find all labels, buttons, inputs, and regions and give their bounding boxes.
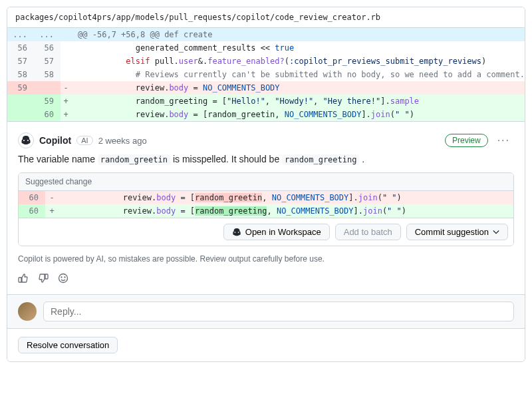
diff-line: 5757 elsif pull.user&.feature_enabled?(:… [7,55,525,68]
comment-menu-icon[interactable]: ··· [493,134,514,146]
suggestion-header: Suggested change [19,173,513,191]
line-number-new[interactable]: 57 [34,55,61,68]
suggestion-line: 60+ review.body = [random_greeting, NO_C… [19,204,513,218]
suggestion-line: 60- review.body = [random_greetin, NO_CO… [19,191,513,204]
thumbs-down-icon[interactable] [38,273,49,284]
ai-badge: AI [76,136,92,145]
line-number-new[interactable]: 56 [34,41,61,55]
reaction-bar [18,273,514,284]
diff-line: 5656 generated_comment_results << true [7,41,525,55]
resolve-zone: Resolve conversation [7,328,525,361]
misspelled-code: random_greetin [98,154,170,165]
commit-suggestion-button[interactable]: Commit suggestion [406,224,508,240]
comment-header: Copilot AI 2 weeks ago Preview ··· [18,132,514,148]
svg-point-0 [59,274,68,283]
suggestion-line-number: 60 [19,204,45,218]
corrected-code: random_greeting [282,154,359,165]
suggestion-line-number: 60 [19,191,45,204]
suggestion-box: Suggested change 60- review.body = [rand… [18,172,514,246]
diff-line: 5858 # Reviews currently can't be submit… [7,68,525,81]
code-content: # Reviews currently can't be submitted w… [71,68,525,81]
comment-author[interactable]: Copilot [39,135,71,146]
code-content: generated_comment_results << true [71,41,525,55]
suggestion-code: review.body = [random_greeting, NO_COMME… [59,204,513,218]
code-content: review.body = [random_greetin, NO_COMMEN… [71,108,525,121]
suggestion-actions: Open in Workspace Add to batch Commit su… [19,218,513,246]
code-content: elsif pull.user&.feature_enabled?(:copil… [71,55,525,68]
hunk-ln-new: ... [34,28,61,41]
review-thread: packages/copilot4prs/app/models/pull_req… [7,7,525,362]
diff-line: 60+ review.body = [random_greetin, NO_CO… [7,108,525,121]
line-number-old[interactable]: 56 [7,41,34,55]
thumbs-up-icon[interactable] [18,273,29,284]
code-content: random_greeting = ["Hello!", "Howdy!", "… [71,95,525,108]
svg-point-1 [61,277,62,278]
ai-disclaimer: Copilot is powered by AI, so mistakes ar… [18,254,514,264]
code-content: review.body = NO_COMMENTS_BODY [71,81,525,95]
line-number-new[interactable]: 58 [34,68,61,81]
copilot-avatar-icon [18,132,34,148]
suggestion-code: review.body = [random_greetin, NO_COMMEN… [59,191,513,204]
suggestion-diff: 60- review.body = [random_greetin, NO_CO… [19,191,513,218]
svg-point-2 [65,277,65,278]
review-comment: Copilot AI 2 weeks ago Preview ··· The v… [7,121,525,294]
comment-body: The variable name random_greetin is miss… [18,154,514,164]
chevron-down-icon [493,229,499,236]
line-number-old[interactable] [7,108,34,121]
line-number-new[interactable]: 59 [34,95,61,108]
hunk-ln-old: ... [7,28,34,41]
line-number-old[interactable]: 57 [7,55,34,68]
resolve-conversation-button[interactable]: Resolve conversation [18,337,118,353]
reply-zone [7,294,525,328]
line-number-new[interactable]: 60 [34,108,61,121]
user-avatar[interactable] [18,302,37,321]
emoji-reaction-icon[interactable] [58,273,68,284]
file-path[interactable]: packages/copilot4prs/app/models/pull_req… [7,7,525,28]
add-to-batch-button[interactable]: Add to batch [335,224,401,240]
reply-input[interactable] [43,302,514,321]
line-number-new[interactable] [34,81,61,95]
diff-table: ... ... @@ -56,7 +56,8 @@ def create 565… [7,28,525,121]
preview-badge: Preview [445,134,488,147]
line-number-old[interactable] [7,95,34,108]
open-in-workspace-button[interactable]: Open in Workspace [223,224,330,240]
hunk-header-text: @@ -56,7 +56,8 @@ def create [71,28,525,41]
line-number-old[interactable]: 58 [7,68,34,81]
hunk-header-row: ... ... @@ -56,7 +56,8 @@ def create [7,28,525,41]
diff-line: 59+ random_greeting = ["Hello!", "Howdy!… [7,95,525,108]
comment-timestamp[interactable]: 2 weeks ago [98,136,147,146]
diff-line: 59- review.body = NO_COMMENTS_BODY [7,81,525,95]
line-number-old[interactable]: 59 [7,81,34,95]
